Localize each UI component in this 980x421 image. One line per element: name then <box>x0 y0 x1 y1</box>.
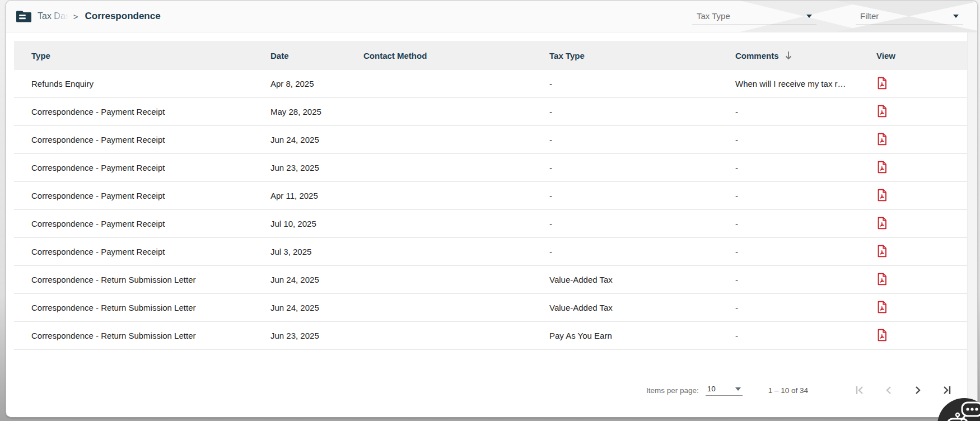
table-row: Correspondence - Payment ReceiptJul 3, 2… <box>14 238 967 266</box>
tax-type-select[interactable]: Tax Type <box>692 7 816 25</box>
table-body: Refunds EnquiryApr 8, 2025-When will I r… <box>14 70 967 350</box>
column-header-comments[interactable]: Comments <box>735 51 874 60</box>
column-header-tax_type[interactable]: Tax Type <box>549 51 735 60</box>
assistant-chat-button[interactable] <box>937 398 980 421</box>
cell-view <box>874 245 967 259</box>
pdf-icon <box>876 217 888 230</box>
table-row: Correspondence - Payment ReceiptApr 11, … <box>14 182 967 210</box>
cell-view <box>874 273 967 287</box>
cell-date: Jun 23, 2025 <box>270 331 363 340</box>
cell-comments: - <box>735 303 874 312</box>
cell-date: Jul 3, 2025 <box>270 247 363 256</box>
first-page-button[interactable] <box>853 383 866 397</box>
last-page-button[interactable] <box>940 383 954 397</box>
chevron-down-icon <box>735 387 741 391</box>
cell-view <box>874 105 967 119</box>
column-header-label: Tax Type <box>549 51 585 60</box>
cell-date: Apr 8, 2025 <box>270 79 363 88</box>
chevron-right-icon <box>911 383 925 397</box>
first-page-icon <box>853 383 866 397</box>
pdf-icon <box>876 77 888 90</box>
cell-tax_type: - <box>549 79 735 88</box>
pdf-icon <box>876 273 888 286</box>
pdf-icon <box>876 161 888 174</box>
vertical-scrollbar[interactable] <box>967 32 977 417</box>
column-header-type[interactable]: Type <box>14 51 270 60</box>
table-row: Correspondence - Payment ReceiptMay 28, … <box>14 98 967 126</box>
cell-type: Correspondence - Payment Receipt <box>14 247 270 256</box>
cell-date: Apr 11, 2025 <box>270 191 363 200</box>
cell-tax_type: - <box>549 247 735 256</box>
cell-tax_type: Value-Added Tax <box>549 275 735 284</box>
view-pdf-button[interactable] <box>876 273 888 286</box>
view-pdf-button[interactable] <box>876 77 888 90</box>
cell-comments: - <box>735 247 874 256</box>
items-per-page-label: Items per page: <box>646 386 699 395</box>
column-header-label: Contact Method <box>363 51 427 60</box>
view-pdf-button[interactable] <box>876 189 888 202</box>
table-row: Correspondence - Return Submission Lette… <box>14 294 967 322</box>
cell-type: Correspondence - Payment Receipt <box>14 191 270 200</box>
breadcrumb: Tax Das > Correspondence <box>6 1 977 32</box>
correspondence-table: TypeDateContact MethodTax TypeCommentsVi… <box>14 41 967 350</box>
column-header-contact_method[interactable]: Contact Method <box>363 51 549 60</box>
column-header-date[interactable]: Date <box>270 51 363 60</box>
view-pdf-button[interactable] <box>876 245 888 258</box>
cell-tax_type: - <box>549 219 735 228</box>
cell-type: Correspondence - Payment Receipt <box>14 163 270 172</box>
items-per-page-value: 10 <box>707 385 716 393</box>
cell-tax_type: Value-Added Tax <box>549 303 735 312</box>
filter-select[interactable]: Filter <box>856 7 963 25</box>
cell-date: Jun 24, 2025 <box>270 303 363 312</box>
view-pdf-button[interactable] <box>876 133 888 146</box>
pdf-icon <box>876 189 888 202</box>
cell-comments: - <box>735 135 874 144</box>
cell-type: Correspondence - Payment Receipt <box>14 135 270 144</box>
column-header-label: View <box>876 51 895 60</box>
cell-comments: - <box>735 331 874 340</box>
cell-tax_type: - <box>549 163 735 172</box>
cell-view <box>874 77 967 91</box>
cell-tax_type: Pay As You Earn <box>549 331 735 340</box>
column-header-label: Comments <box>735 51 779 60</box>
pdf-icon <box>876 301 888 314</box>
cell-view <box>874 133 967 147</box>
table-row: Correspondence - Return Submission Lette… <box>14 266 967 294</box>
cell-comments: - <box>735 163 874 172</box>
view-pdf-button[interactable] <box>876 301 888 314</box>
view-pdf-button[interactable] <box>876 161 888 174</box>
chat-bot-icon <box>937 398 980 421</box>
breadcrumb-root-link[interactable]: Tax Das <box>38 11 70 21</box>
cell-view <box>874 329 967 343</box>
column-header-view[interactable]: View <box>874 51 967 60</box>
cell-date: Jul 10, 2025 <box>270 219 363 228</box>
cell-date: Jun 23, 2025 <box>270 163 363 172</box>
cell-type: Correspondence - Return Submission Lette… <box>14 303 270 312</box>
arrow-down-icon <box>785 51 792 60</box>
table-row: Correspondence - Payment ReceiptJul 10, … <box>14 210 967 238</box>
tax-type-select-label: Tax Type <box>697 11 730 21</box>
cell-type: Correspondence - Payment Receipt <box>14 219 270 228</box>
page-range-label: 1 – 10 of 34 <box>768 386 808 395</box>
cell-tax_type: - <box>549 191 735 200</box>
chevron-down-icon <box>806 15 812 18</box>
table-row: Correspondence - Return Submission Lette… <box>14 322 967 350</box>
folder-icon[interactable] <box>16 10 31 23</box>
cell-comments: - <box>735 191 874 200</box>
cell-type: Correspondence - Payment Receipt <box>14 107 270 116</box>
items-per-page-select[interactable]: 10 <box>706 385 743 396</box>
column-header-label: Type <box>31 51 50 60</box>
sort-arrow-icon <box>785 51 792 60</box>
view-pdf-button[interactable] <box>876 105 888 118</box>
cell-comments: - <box>735 219 874 228</box>
view-pdf-button[interactable] <box>876 329 888 342</box>
cell-comments: - <box>735 275 874 284</box>
cell-tax_type: - <box>549 135 735 144</box>
page-title: Correspondence <box>85 11 161 22</box>
view-pdf-button[interactable] <box>876 217 888 230</box>
previous-page-button[interactable] <box>882 383 895 397</box>
cell-type: Correspondence - Return Submission Lette… <box>14 275 270 284</box>
next-page-button[interactable] <box>911 383 925 397</box>
table-row: Correspondence - Payment ReceiptJun 23, … <box>14 154 967 182</box>
table-header-row: TypeDateContact MethodTax TypeCommentsVi… <box>14 41 967 70</box>
